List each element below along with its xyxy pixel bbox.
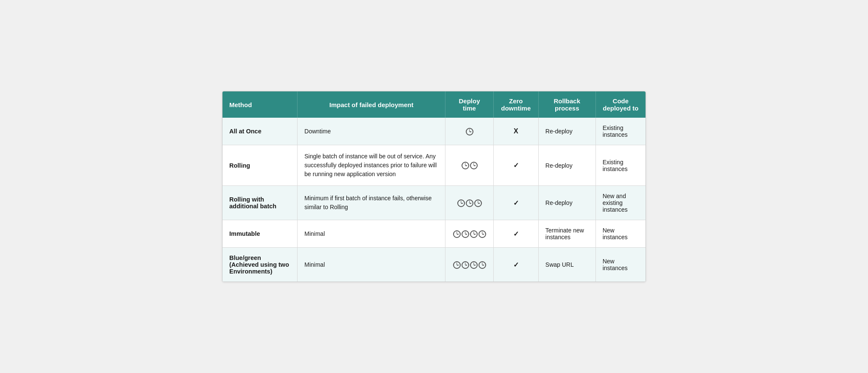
header-impact: Impact of failed deployment — [298, 91, 445, 118]
header-deployed-to: Code deployed to — [595, 91, 645, 118]
cell-deploy-time — [445, 248, 493, 282]
cell-rollback: Terminate new instances — [538, 220, 595, 248]
cross-icon: X — [514, 127, 518, 135]
cell-deployed-to: Existing instances — [595, 145, 645, 186]
deployment-comparison-table: Method Impact of failed deployment Deplo… — [222, 91, 646, 282]
clock-icon — [453, 230, 461, 238]
table-row: Rolling with additional batchMinimum if … — [223, 186, 645, 220]
cell-zero-downtime: X — [493, 118, 538, 145]
table-row: RollingSingle batch of instance will be … — [223, 145, 645, 186]
cell-zero-downtime: ✓ — [493, 248, 538, 282]
clock-icon — [453, 261, 461, 269]
cell-zero-downtime: ✓ — [493, 186, 538, 220]
cell-rollback: Re-deploy — [538, 118, 595, 145]
clock-icon — [466, 128, 473, 135]
cell-rollback: Re-deploy — [538, 145, 595, 186]
cell-deployed-to: Existing instances — [595, 118, 645, 145]
cell-impact: Minimal — [298, 248, 445, 282]
cell-method: Rolling — [223, 145, 298, 186]
header-rollback: Rollback process — [538, 91, 595, 118]
clock-icon — [462, 162, 469, 169]
table-row: Blue/green (Achieved using two Environme… — [223, 248, 645, 282]
cell-rollback: Swap URL — [538, 248, 595, 282]
cell-impact: Minimum if first batch of instance fails… — [298, 186, 445, 220]
clock-icon — [479, 230, 486, 238]
cell-impact: Downtime — [298, 118, 445, 145]
cell-impact: Single batch of instance will be out of … — [298, 145, 445, 186]
checkmark-icon: ✓ — [513, 199, 519, 207]
cell-method: Immutable — [223, 220, 298, 248]
cell-deploy-time — [445, 118, 493, 145]
clock-icon — [470, 261, 478, 269]
clock-icon — [462, 261, 469, 269]
clock-icon — [466, 199, 473, 207]
cell-deployed-to: New and existing instances — [595, 186, 645, 220]
cell-method: All at Once — [223, 118, 298, 145]
cell-zero-downtime: ✓ — [493, 145, 538, 186]
clock-icon — [470, 162, 478, 169]
checkmark-icon: ✓ — [513, 230, 519, 238]
cell-zero-downtime: ✓ — [493, 220, 538, 248]
clock-icon — [479, 261, 486, 269]
cell-impact: Minimal — [298, 220, 445, 248]
checkmark-icon: ✓ — [513, 162, 519, 169]
table-row: All at OnceDowntimeXRe-deployExisting in… — [223, 118, 645, 145]
table-header-row: Method Impact of failed deployment Deplo… — [223, 91, 645, 118]
clock-icon — [470, 230, 478, 238]
cell-method: Rolling with additional batch — [223, 186, 298, 220]
cell-deployed-to: New instances — [595, 248, 645, 282]
header-zero-downtime: Zero downtime — [493, 91, 538, 118]
clock-icon — [462, 230, 469, 238]
header-method: Method — [223, 91, 298, 118]
cell-rollback: Re-deploy — [538, 186, 595, 220]
cell-deploy-time — [445, 145, 493, 186]
checkmark-icon: ✓ — [513, 261, 519, 268]
cell-deployed-to: New instances — [595, 220, 645, 248]
cell-deploy-time — [445, 186, 493, 220]
table-row: ImmutableMinimal✓Terminate new instances… — [223, 220, 645, 248]
clock-icon — [457, 199, 465, 207]
cell-deploy-time — [445, 220, 493, 248]
clock-icon — [474, 199, 482, 207]
cell-method: Blue/green (Achieved using two Environme… — [223, 248, 298, 282]
header-deploy-time: Deploy time — [445, 91, 493, 118]
